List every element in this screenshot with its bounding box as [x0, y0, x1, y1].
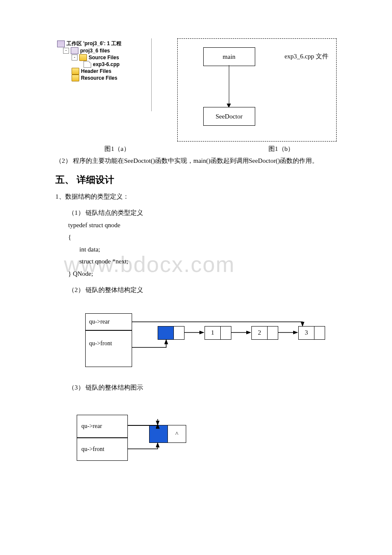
- header-folder-label: Header Files: [81, 68, 111, 74]
- code-line: typedef struct qnode: [68, 219, 337, 231]
- source-file-label: exp3-6.cpp: [93, 61, 120, 67]
- diagram-connector: [229, 65, 229, 107]
- tree-file-row[interactable]: exp3-6.cpp: [57, 61, 150, 68]
- empty-linked-list-diagram: qu->rear qu->front ^: [77, 402, 337, 470]
- empty-list-arrows: [77, 402, 226, 479]
- call-diagram: main SeeDoctor exp3_6.cpp 文件: [177, 38, 337, 142]
- seedoctor-box-label: SeeDoctor: [216, 113, 242, 120]
- ide-tree-panel: 工作区 'proj3_6': 1 工程 - proj3_6 files - So…: [55, 38, 152, 111]
- linked-list-arrows: [85, 305, 341, 373]
- caption-1b: 图1（b）: [166, 145, 337, 153]
- workspace-label: 工作区 'proj3_6': 1 工程: [66, 40, 121, 47]
- main-box-label: main: [223, 53, 236, 61]
- tree-resource-folder-row[interactable]: Resource Files: [57, 75, 150, 81]
- collapse-toggle[interactable]: -: [63, 48, 69, 54]
- workspace-icon: [57, 40, 65, 47]
- folder-icon: [72, 75, 79, 81]
- code-line: {: [68, 231, 337, 243]
- collapse-toggle[interactable]: -: [72, 55, 78, 61]
- sub-1: （1） 链队结点的类型定义: [55, 207, 337, 219]
- paragraph-2: （2） 程序的主要功能在SeeDoctot()函数中实现，main()函数起到调…: [55, 156, 337, 167]
- project-label: proj3_6 files: [80, 48, 110, 54]
- code-line: int data;: [68, 243, 337, 256]
- folder-open-icon: [79, 54, 87, 61]
- figure-caption-row: 图1（a） 图1（b）: [55, 145, 337, 153]
- folder-icon: [72, 68, 79, 75]
- tree-workspace-row[interactable]: 工作区 'proj3_6': 1 工程: [57, 40, 150, 47]
- seedoctor-box: SeeDoctor: [203, 107, 255, 126]
- source-folder-label: Source Files: [89, 55, 119, 61]
- section-5-heading: 五、 详细设计: [55, 173, 337, 186]
- code-block: typedef struct qnode { int data; struct …: [55, 219, 337, 280]
- sub-2: （2） 链队的整体结构定义: [55, 284, 337, 296]
- caption-1a: 图1（a）: [55, 145, 166, 153]
- project-icon: [71, 47, 78, 54]
- code-line: struct qnode *next;: [68, 255, 337, 268]
- cpp-file-icon: [84, 61, 91, 68]
- code-line: } QNode;: [68, 268, 337, 280]
- linked-list-diagram: qu->rear qu->front 1 2 3: [85, 305, 337, 369]
- bullet-1: 1、数据结构的类型定义：: [55, 191, 337, 203]
- main-box: main: [203, 47, 255, 66]
- tree-source-folder-row[interactable]: - Source Files: [57, 54, 150, 61]
- diagram-file-label: exp3_6.cpp 文件: [285, 52, 329, 61]
- resource-folder-label: Resource Files: [81, 75, 117, 81]
- tree-header-folder-row[interactable]: Header Files: [57, 68, 150, 75]
- sub-3: （3） 链队的整体结构图示: [55, 382, 337, 394]
- tree-project-row[interactable]: - proj3_6 files: [57, 47, 150, 54]
